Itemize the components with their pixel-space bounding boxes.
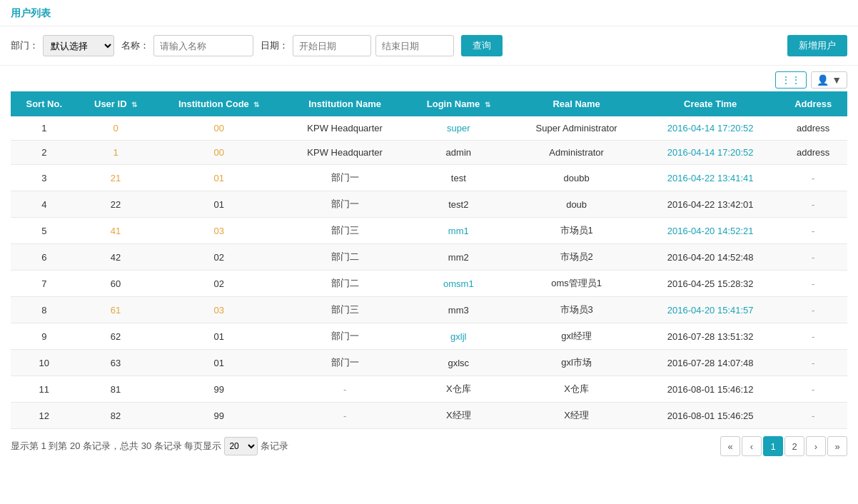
table-row: 64202部门二mm2市场员22016-04-20 14:52:48- (11, 244, 847, 271)
cell-inst-code: 99 (154, 403, 284, 429)
header-create-time: Create Time (642, 91, 779, 116)
date-end-input[interactable] (375, 35, 454, 56)
cell-user-id: 42 (78, 244, 154, 271)
cell-inst-name: KPW Headquarter (284, 116, 406, 141)
cell-inst-code[interactable]: 00 (154, 141, 284, 165)
toolbar: 部门： 默认选择 名称： 日期： 查询 新增用户 (0, 26, 858, 66)
cell-sort-no: 11 (11, 376, 78, 403)
user-menu-button[interactable]: 👤 ▼ (811, 71, 847, 89)
name-input[interactable] (153, 35, 253, 56)
cell-user-id[interactable]: 1 (78, 141, 154, 165)
next-page-button[interactable]: › (806, 436, 826, 456)
cell-address: - (779, 165, 847, 191)
cell-inst-name: 部门一 (284, 191, 406, 218)
cell-login-name[interactable]: gxljl (406, 323, 512, 350)
cell-inst-name: 部门一 (284, 323, 406, 350)
cell-inst-name: - (284, 376, 406, 403)
cell-inst-code: 02 (154, 244, 284, 271)
name-label: 名称： (121, 39, 149, 52)
last-page-button[interactable]: » (827, 436, 847, 456)
cell-sort-no: 12 (11, 403, 78, 429)
cell-user-id: 81 (78, 376, 154, 403)
cell-sort-no: 8 (11, 297, 78, 323)
cell-inst-code[interactable]: 01 (154, 165, 284, 191)
cell-address: - (779, 271, 847, 297)
table-wrap: Sort No. User ID ⇅ Institution Code ⇅ In… (0, 91, 858, 429)
cell-login-name: test2 (406, 191, 512, 218)
page-2-button[interactable]: 2 (784, 436, 804, 456)
cell-address: - (779, 376, 847, 403)
header-sort-no: Sort No. (11, 91, 78, 116)
cell-inst-code: 99 (154, 376, 284, 403)
cell-sort-no: 2 (11, 141, 78, 165)
table-row: 2100KPW HeadquarteradminAdministrator201… (11, 141, 847, 165)
cell-real-name: doub (511, 191, 642, 218)
cell-login-name: mm3 (406, 297, 512, 323)
cell-create-time: 2016-04-14 17:20:52 (642, 141, 779, 165)
cell-real-name: doubb (511, 165, 642, 191)
add-user-button[interactable]: 新增用户 (787, 35, 847, 56)
cell-create-time: 2016-04-20 14:52:48 (642, 244, 779, 271)
cell-inst-code[interactable]: 03 (154, 297, 284, 323)
cell-login-name: mm2 (406, 244, 512, 271)
cell-user-id[interactable]: 21 (78, 165, 154, 191)
prev-page-button[interactable]: ‹ (742, 436, 762, 456)
query-button[interactable]: 查询 (461, 35, 503, 56)
cell-create-time: 2016-04-22 13:42:01 (642, 191, 779, 218)
cell-inst-code: 01 (154, 191, 284, 218)
cell-create-time: 2016-07-28 13:51:32 (642, 323, 779, 350)
user-table: Sort No. User ID ⇅ Institution Code ⇅ In… (11, 91, 847, 429)
cell-address: - (779, 323, 847, 350)
header-inst-code[interactable]: Institution Code ⇅ (154, 91, 284, 116)
cell-inst-code: 02 (154, 271, 284, 297)
cell-login-name: X仓库 (406, 376, 512, 403)
cell-inst-name: 部门二 (284, 244, 406, 271)
cell-login-name[interactable]: omsm1 (406, 271, 512, 297)
first-page-button[interactable]: « (720, 436, 740, 456)
page-size-select[interactable]: 20 50 100 (224, 437, 258, 455)
dept-select[interactable]: 默认选择 (43, 35, 114, 56)
cell-inst-code: 01 (154, 323, 284, 350)
cell-real-name: X经理 (511, 403, 642, 429)
header-inst-name: Institution Name (284, 91, 406, 116)
cell-create-time: 2016-08-01 15:46:25 (642, 403, 779, 429)
cell-login-name[interactable]: mm1 (406, 218, 512, 244)
pagination-bar: 显示第 1 到第 20 条记录，总共 30 条记录 每页显示 20 50 100… (0, 429, 858, 463)
cell-create-time: 2016-08-01 15:46:12 (642, 376, 779, 403)
cell-inst-code[interactable]: 00 (154, 116, 284, 141)
table-row: 1000KPW HeadquartersuperSuper Administra… (11, 116, 847, 141)
page-info-suffix: 条记录 (261, 440, 288, 453)
cell-user-id[interactable]: 0 (78, 116, 154, 141)
cell-login-name: gxlsc (406, 350, 512, 376)
cell-inst-name: - (284, 403, 406, 429)
table-row: 118199-X仓库X仓库2016-08-01 15:46:12- (11, 376, 847, 403)
cell-inst-name: 部门一 (284, 165, 406, 191)
page-1-button[interactable]: 1 (763, 436, 783, 456)
cell-user-id[interactable]: 41 (78, 218, 154, 244)
cell-inst-name: 部门三 (284, 218, 406, 244)
cell-sort-no: 7 (11, 271, 78, 297)
cell-inst-code[interactable]: 03 (154, 218, 284, 244)
grid-view-button[interactable]: ⋮⋮ (775, 71, 807, 89)
cell-user-id: 22 (78, 191, 154, 218)
cell-address: - (779, 350, 847, 376)
cell-sort-no: 1 (11, 116, 78, 141)
cell-inst-name: 部门一 (284, 350, 406, 376)
cell-real-name: 市场员3 (511, 297, 642, 323)
cell-user-id[interactable]: 61 (78, 297, 154, 323)
header-real-name: Real Name (511, 91, 642, 116)
date-start-input[interactable] (293, 35, 371, 56)
cell-user-id: 62 (78, 323, 154, 350)
cell-login-name: X经理 (406, 403, 512, 429)
page-info: 显示第 1 到第 20 条记录，总共 30 条记录 每页显示 20 50 100… (11, 437, 288, 455)
cell-inst-name: 部门二 (284, 271, 406, 297)
header-login-name[interactable]: Login Name ⇅ (406, 91, 512, 116)
date-label: 日期： (261, 39, 288, 52)
cell-real-name: gxl经理 (511, 323, 642, 350)
cell-real-name: X仓库 (511, 376, 642, 403)
cell-real-name: Administrator (511, 141, 642, 165)
header-user-id[interactable]: User ID ⇅ (78, 91, 154, 116)
cell-login-name[interactable]: super (406, 116, 512, 141)
cell-create-time: 2016-04-20 14:52:21 (642, 218, 779, 244)
header-address: Address (779, 91, 847, 116)
